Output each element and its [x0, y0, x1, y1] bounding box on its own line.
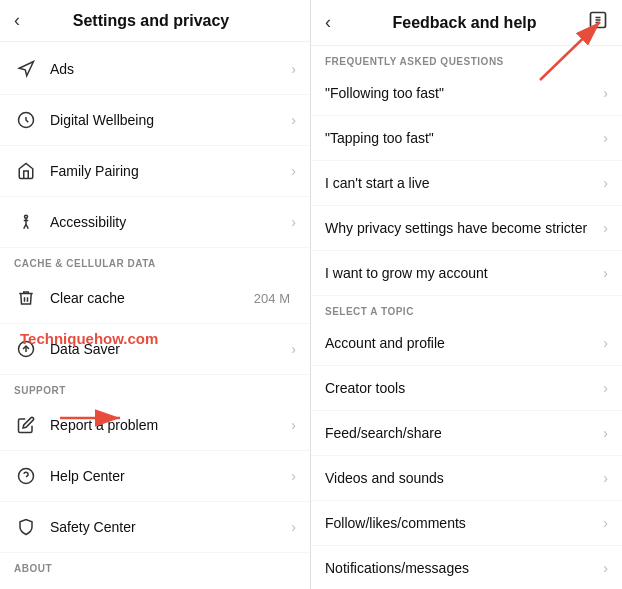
left-header: ‹ Settings and privacy — [0, 0, 310, 42]
svg-point-1 — [25, 215, 28, 218]
clear-cache-value: 204 M — [254, 291, 290, 306]
report-problem-label: Report a problem — [50, 417, 291, 433]
faq-2-chevron: › — [603, 130, 608, 146]
faq-item-1[interactable]: "Following too fast" › — [311, 71, 622, 116]
family-pairing-label: Family Pairing — [50, 163, 291, 179]
menu-item-accessibility[interactable]: Accessibility › — [0, 197, 310, 248]
faq-1-chevron: › — [603, 85, 608, 101]
topic-item-6[interactable]: Notifications/messages › — [311, 546, 622, 589]
topic-2-chevron: › — [603, 380, 608, 396]
topic-4-chevron: › — [603, 470, 608, 486]
topic-2-text: Creator tools — [325, 380, 603, 396]
data-saver-label: Data Saver — [50, 341, 291, 357]
faq-item-2[interactable]: "Tapping too fast" › — [311, 116, 622, 161]
menu-item-data-saver[interactable]: Data Saver › — [0, 324, 310, 375]
menu-item-safety-center[interactable]: Safety Center › — [0, 502, 310, 553]
left-content: Ads › Digital Wellbeing › — [0, 42, 310, 589]
data-saver-chevron: › — [291, 341, 296, 357]
help-center-label: Help Center — [50, 468, 291, 484]
left-back-icon[interactable]: ‹ — [14, 10, 20, 31]
topic-4-text: Videos and sounds — [325, 470, 603, 486]
faq-5-chevron: › — [603, 265, 608, 281]
faq-4-text: Why privacy settings have become stricte… — [325, 220, 603, 236]
accessibility-label: Accessibility — [50, 214, 291, 230]
about-section-label: About — [0, 553, 310, 578]
topic-6-text: Notifications/messages — [325, 560, 603, 576]
faq-item-3[interactable]: I can't start a live › — [311, 161, 622, 206]
left-panel: ‹ Settings and privacy Ads › — [0, 0, 311, 589]
topic-item-5[interactable]: Follow/likes/comments › — [311, 501, 622, 546]
topic-item-1[interactable]: Account and profile › — [311, 321, 622, 366]
left-title: Settings and privacy — [30, 12, 272, 30]
menu-item-community-guidelines[interactable]: Community Guidelines › — [0, 578, 310, 589]
clear-cache-label: Clear cache — [50, 290, 254, 306]
compose-icon[interactable] — [588, 10, 608, 35]
support-section-label: Support — [0, 375, 310, 400]
topic-5-text: Follow/likes/comments — [325, 515, 603, 531]
right-panel: ‹ Feedback and help Frequently Asked Que… — [311, 0, 622, 589]
faq-2-text: "Tapping too fast" — [325, 130, 603, 146]
faq-item-4[interactable]: Why privacy settings have become stricte… — [311, 206, 622, 251]
report-problem-chevron: › — [291, 417, 296, 433]
right-back-icon[interactable]: ‹ — [325, 12, 331, 33]
faq-3-text: I can't start a live — [325, 175, 603, 191]
ads-icon — [14, 57, 38, 81]
clear-cache-icon — [14, 286, 38, 310]
family-pairing-icon — [14, 159, 38, 183]
accessibility-chevron: › — [291, 214, 296, 230]
safety-center-chevron: › — [291, 519, 296, 535]
right-header: ‹ Feedback and help — [311, 0, 622, 46]
topic-item-4[interactable]: Videos and sounds › — [311, 456, 622, 501]
faq-4-chevron: › — [603, 220, 608, 236]
faq-item-5[interactable]: I want to grow my account › — [311, 251, 622, 296]
topic-3-text: Feed/search/share — [325, 425, 603, 441]
right-title: Feedback and help — [341, 14, 588, 32]
topic-6-chevron: › — [603, 560, 608, 576]
topic-1-text: Account and profile — [325, 335, 603, 351]
data-saver-icon — [14, 337, 38, 361]
right-content: Frequently Asked Questions "Following to… — [311, 46, 622, 589]
menu-item-clear-cache[interactable]: Clear cache 204 M — [0, 273, 310, 324]
digital-wellbeing-label: Digital Wellbeing — [50, 112, 291, 128]
cache-section-label: Cache & Cellular Data — [0, 248, 310, 273]
safety-center-icon — [14, 515, 38, 539]
ads-chevron: › — [291, 61, 296, 77]
topic-item-3[interactable]: Feed/search/share › — [311, 411, 622, 456]
menu-item-family-pairing[interactable]: Family Pairing › — [0, 146, 310, 197]
accessibility-icon — [14, 210, 38, 234]
help-center-chevron: › — [291, 468, 296, 484]
family-pairing-chevron: › — [291, 163, 296, 179]
menu-item-digital-wellbeing[interactable]: Digital Wellbeing › — [0, 95, 310, 146]
faq-5-text: I want to grow my account — [325, 265, 603, 281]
topic-section-label: Select a Topic — [311, 296, 622, 321]
menu-item-help-center[interactable]: Help Center › — [0, 451, 310, 502]
ads-label: Ads — [50, 61, 291, 77]
menu-item-ads[interactable]: Ads › — [0, 44, 310, 95]
topic-item-2[interactable]: Creator tools › — [311, 366, 622, 411]
faq-3-chevron: › — [603, 175, 608, 191]
topic-1-chevron: › — [603, 335, 608, 351]
faq-1-text: "Following too fast" — [325, 85, 603, 101]
topic-3-chevron: › — [603, 425, 608, 441]
digital-wellbeing-icon — [14, 108, 38, 132]
faq-section-label: Frequently Asked Questions — [311, 46, 622, 71]
topic-5-chevron: › — [603, 515, 608, 531]
help-center-icon — [14, 464, 38, 488]
digital-wellbeing-chevron: › — [291, 112, 296, 128]
report-problem-icon — [14, 413, 38, 437]
safety-center-label: Safety Center — [50, 519, 291, 535]
menu-item-report-problem[interactable]: Report a problem › — [0, 400, 310, 451]
